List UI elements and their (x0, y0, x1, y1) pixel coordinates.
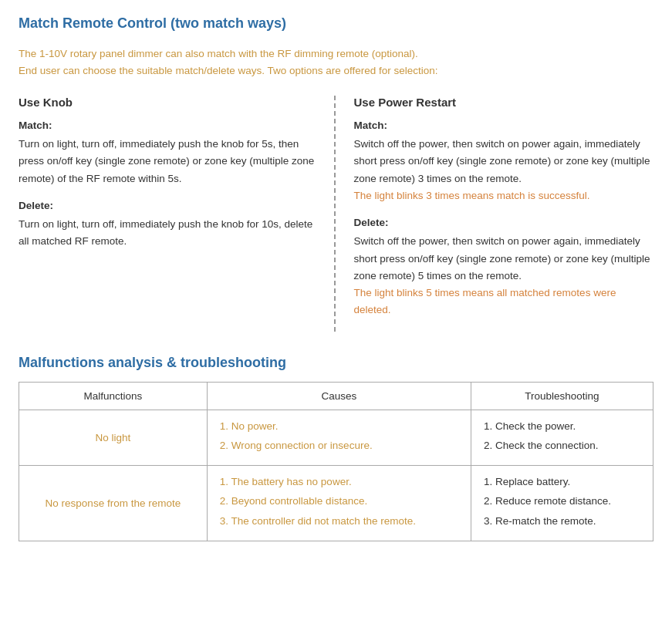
fix-cell: 1. Replace battery.2. Reduce remote dist… (471, 465, 653, 541)
malfunction-cell: No light (19, 410, 208, 465)
causes-cell: 1. No power.2. Wrong connection or insec… (207, 410, 471, 465)
cause-item: 1. No power. (220, 418, 458, 435)
use-knob-column: Use Knob Match: Turn on light, turn off,… (19, 96, 336, 331)
knob-delete-text: Turn on light, turn off, immediately pus… (19, 216, 319, 251)
intro-text: The 1-10V rotary panel dimmer can also m… (19, 46, 653, 79)
fix-item: 1. Check the power. (484, 418, 640, 435)
power-match-text: Switch off the power, then switch on pow… (354, 136, 654, 204)
cause-item: 3. The controller did not match the remo… (220, 513, 458, 530)
malfunctions-section-title: Malfunctions analysis & troubleshooting (19, 355, 653, 371)
col-header-causes: Causes (207, 382, 471, 410)
use-power-restart-heading: Use Power Restart (354, 96, 654, 109)
power-match-label: Match: (354, 120, 654, 131)
cause-item: 1. The battery has no power. (220, 474, 458, 490)
fix-item: 2. Check the connection. (484, 437, 640, 454)
fix-item: 1. Replace battery. (484, 474, 640, 490)
fix-item: 3. Re-match the remote. (484, 513, 640, 530)
power-delete-label: Delete: (354, 217, 654, 228)
malfunction-cell: No response from the remote (19, 465, 208, 541)
knob-match-text: Turn on light, turn off, immediately pus… (19, 136, 319, 187)
use-knob-heading: Use Knob (19, 96, 319, 109)
use-power-restart-column: Use Power Restart Match: Switch off the … (336, 96, 654, 331)
col-header-troubleshooting: Troubleshooting (471, 382, 653, 410)
two-column-layout: Use Knob Match: Turn on light, turn off,… (19, 96, 653, 331)
fix-item: 2. Reduce remote distance. (484, 493, 640, 510)
col-header-malfunctions: Malfunctions (19, 382, 208, 410)
match-section-title: Match Remote Control (two match ways) (19, 15, 653, 32)
cause-item: 2. Wrong connection or insecure. (220, 437, 458, 454)
knob-match-label: Match: (19, 120, 319, 131)
malfunctions-table: Malfunctions Causes Troubleshooting No l… (19, 382, 653, 541)
table-header-row: Malfunctions Causes Troubleshooting (19, 382, 653, 410)
cause-item: 2. Beyond controllable distance. (220, 493, 458, 510)
power-delete-text: Switch off the power, then switch on pow… (354, 233, 654, 319)
knob-delete-label: Delete: (19, 200, 319, 211)
fix-cell: 1. Check the power.2. Check the connecti… (471, 410, 653, 465)
causes-cell: 1. The battery has no power.2. Beyond co… (207, 465, 471, 541)
table-row: No response from the remote1. The batter… (19, 465, 653, 541)
table-row: No light1. No power.2. Wrong connection … (19, 410, 653, 465)
